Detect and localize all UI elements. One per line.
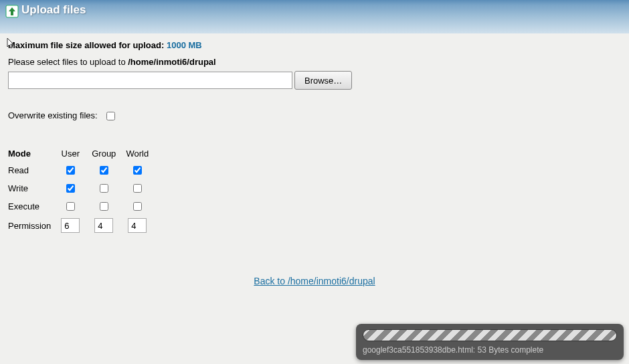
- write-group-checkbox[interactable]: [100, 184, 108, 193]
- page-header: Upload files: [0, 0, 629, 33]
- table-row: Execute: [8, 197, 157, 215]
- table-row: Permission: [8, 215, 157, 236]
- read-world-checkbox[interactable]: [133, 166, 142, 175]
- row-permission-label: Permission: [8, 215, 56, 236]
- perm-world-input[interactable]: [128, 218, 147, 233]
- overwrite-checkbox[interactable]: [106, 112, 115, 120]
- max-size-value: 1000 MB: [167, 40, 202, 50]
- progress-panel: googlef3ca551853938dbe.html: 53 Bytes co…: [356, 324, 624, 360]
- upload-path: /home/inmoti6/drupal: [128, 57, 215, 67]
- browse-button[interactable]: Browse…: [294, 71, 352, 90]
- col-world: World: [123, 146, 157, 161]
- write-world-checkbox[interactable]: [133, 184, 142, 193]
- file-input-row: Browse…: [8, 71, 621, 90]
- max-size-row: Maximum file size allowed for upload: 10…: [8, 40, 621, 50]
- execute-world-checkbox[interactable]: [133, 202, 142, 211]
- file-path-input[interactable]: [8, 72, 292, 89]
- row-execute-label: Execute: [8, 197, 56, 215]
- write-user-checkbox[interactable]: [66, 184, 75, 193]
- execute-user-checkbox[interactable]: [66, 202, 75, 211]
- read-group-checkbox[interactable]: [100, 166, 108, 175]
- row-read-label: Read: [8, 161, 56, 179]
- page-title: Upload files: [21, 3, 86, 17]
- content-area: Maximum file size allowed for upload: 10…: [0, 33, 629, 293]
- read-user-checkbox[interactable]: [66, 166, 75, 175]
- back-link-row: Back to /home/inmoti6/drupal: [8, 276, 621, 286]
- permissions-table: Mode User Group World Read Write Execute…: [8, 146, 157, 236]
- overwrite-label: Overwrite existing files:: [8, 110, 98, 120]
- table-row: Write: [8, 179, 157, 197]
- select-prefix: Please select files to upload to: [8, 57, 128, 67]
- execute-group-checkbox[interactable]: [100, 202, 108, 211]
- col-group: Group: [90, 146, 123, 161]
- select-files-row: Please select files to upload to /home/i…: [8, 57, 621, 67]
- col-user: User: [56, 146, 90, 161]
- perm-user-input[interactable]: [61, 218, 80, 233]
- progress-text: googlef3ca551853938dbe.html: 53 Bytes co…: [363, 345, 617, 355]
- row-write-label: Write: [8, 179, 56, 197]
- mode-header: Mode: [8, 146, 56, 161]
- upload-icon: [5, 5, 19, 18]
- table-row: Read: [8, 161, 157, 179]
- perm-group-input[interactable]: [94, 218, 113, 233]
- progress-bar: [363, 329, 617, 341]
- back-link[interactable]: Back to /home/inmoti6/drupal: [254, 276, 375, 286]
- max-size-label: Maximum file size allowed for upload:: [8, 40, 164, 50]
- overwrite-row: Overwrite existing files:: [8, 110, 621, 122]
